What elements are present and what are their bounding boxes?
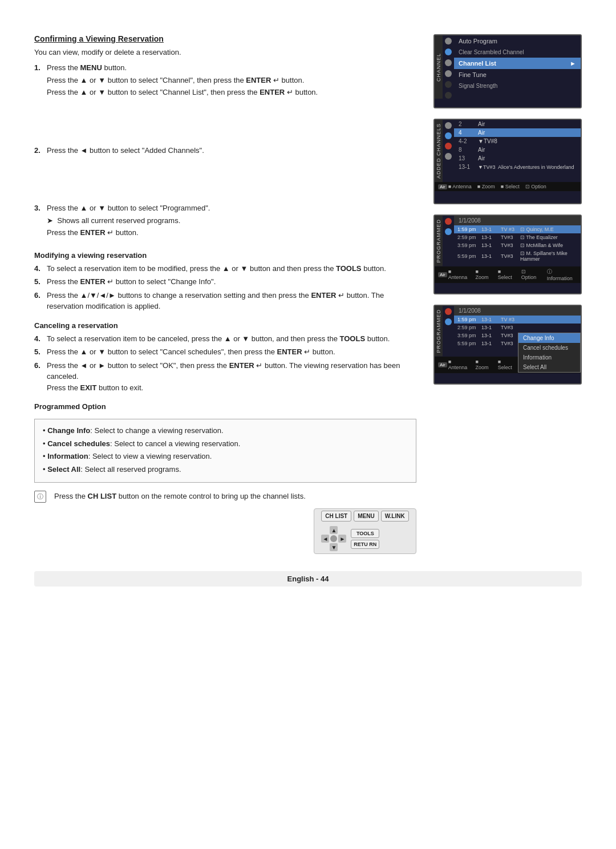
step-1-line-2: Press the ▲ or ▼ button to select "Chann… [47,75,416,86]
p3-footer-option: ⊡ Option [521,268,541,281]
dpad-down[interactable]: ▼ [330,543,338,551]
p4-footer-zoom: ■ Zoom [475,358,492,371]
canceling-title: Canceling a reservation [34,321,416,330]
menu-signal-strength: Signal Strength [454,80,581,91]
step-3-num: 3. [34,203,43,240]
main-content: Confirming a Viewing Reservation You can… [34,34,582,554]
footer-option: ⊡ Option [525,184,546,189]
p3-footer-select: ■ Select [498,268,516,281]
p4-footer-air: Air ■ Antenna [438,358,469,371]
icon3 [445,59,452,66]
programmed-option-box: Change Info: Select to change a viewing … [34,419,416,483]
canceling-steps: 4. To select a reservation item to be ca… [34,333,416,394]
icon4 [445,70,452,77]
menu-auto-program: Auto Program [454,35,581,47]
mod-step-6: 6. Press the ▲/▼/◄/► buttons to change a… [34,290,416,312]
panel1-icons [443,35,454,99]
popup-information[interactable]: Information [518,353,580,362]
step-3-content: Press the ▲ or ▼ button to select "Progr… [47,203,416,240]
popup-cancel-schedules[interactable]: Cancel schedules [518,343,580,353]
prog-entry-4: 5:59 pm 13-1 TV#3 ⊡ M. Spillane's Mike H… [454,249,581,263]
panel4-icons [443,306,454,347]
modifying-steps: 4. To select a reservation item to be mo… [34,263,416,312]
can-step-6-num: 6. [34,360,43,394]
left-column: Confirming a Viewing Reservation You can… [34,34,416,554]
step-3-line-1: Press the ▲ or ▼ button to select "Progr… [47,203,416,214]
p4-footer-select: ■ Select [498,358,516,371]
p3-icon2 [445,228,452,235]
panel-programmed: Programmed 1/1/2008 1:59 p [433,215,582,294]
mod-step-6-num: 6. [34,290,43,312]
modifying-title: Modifying a viewing reservation [34,251,416,260]
prog-list-2: 1/1/2008 1:59 pm 13-1 TV #3 Change Info [454,306,581,347]
ch-list-btn[interactable]: CH LIST [321,511,351,521]
panel1-menu: Auto Program Clear Scrambled Channel Cha… [454,35,581,99]
prog-opt-2: Cancel schedules: Select to cancel a vie… [43,438,408,450]
step-1-line-1: Press the MENU button. [47,62,416,74]
prog-list: 1/1/2008 1:59 pm 13-1 TV #3 ⊡ Quincy, M.… [454,216,581,263]
prog-opt-4: Select All: Select all reserved programs… [43,464,408,475]
menu-clear-scrambled: Clear Scrambled Channel [454,47,581,58]
can-step-4-num: 4. [34,333,43,345]
can-step-6-extra: Press the EXIT button to exit. [47,383,143,392]
prog-entry-3: 3:59 pm 13-1 TV#3 ⊡ McMillan & Wife [454,241,581,249]
panel-added-channels: Added Channels [433,119,582,204]
step-2-content: Press the ◄ button to select "Added Chan… [47,145,416,157]
mod-step-6-text: Press the ▲/▼/◄/► buttons to change a re… [47,290,416,312]
step-3-line-2: ➤ Shows all current reserved programs. [47,215,416,227]
ch-entry-4: 4 Air [454,128,581,137]
prog2-entry-1: 1:59 pm 13-1 TV #3 Change Info Cancel sc… [454,316,581,324]
note-icon: ⓘ [34,491,46,503]
can-step-5-num: 5. [34,346,43,358]
p4-icon1 [445,308,452,315]
panel2-icons [443,120,454,171]
step-2: 2. Press the ◄ button to select "Added C… [34,145,416,157]
p4-icon2 [445,318,452,325]
menu-channel-list: Channel List ► [454,58,581,69]
can-step-5: 5. Press the ▲ or ▼ button to select "Ca… [34,346,416,358]
p3-footer-air: Air ■ Antenna [438,268,469,281]
panel4-side-label: Programmed [435,306,443,357]
dpad-right[interactable]: ► [338,535,346,543]
mod-step-4-num: 4. [34,263,43,274]
arrow-icon: ► [570,60,576,67]
panel3-body: 1/1/2008 1:59 pm 13-1 TV #3 ⊡ Quincy, M.… [443,216,581,266]
ch-entry-13: 13 Air [454,154,581,163]
popup-change-info[interactable]: Change Info [518,333,580,343]
ch-entry-8: 8 Air [454,145,581,154]
prog-opt-1: Change Info: Select to change a viewing … [43,425,408,436]
p2-icon2 [445,132,452,139]
dpad-left[interactable]: ◄ [321,535,329,543]
popup-select-all[interactable]: Select All [518,362,580,372]
can-step-5-text: Press the ▲ or ▼ button to select "Cance… [47,346,335,358]
step-3-line-3: Press the ENTER ↵ button. [47,227,416,238]
step-2-num: 2. [34,145,43,157]
icon1 [445,38,452,45]
right-column: Channel [433,34,582,554]
remote-panel: CH LIST MENU W.LINK ▲ ▼ ◄ ► [34,508,416,554]
panel1-side-label: Channel [435,35,443,99]
menu-fine-tune: Fine Tune [454,69,581,80]
intro-text: You can view, modify or delete a reserva… [34,48,416,56]
step3-list: 3. Press the ▲ or ▼ button to select "Pr… [34,203,416,240]
menu-btn[interactable]: MENU [354,511,378,521]
dpad: ▲ ▼ ◄ ► [321,526,346,551]
panel-programmed-popup: Programmed 1/1/2008 1:59 p [433,305,582,385]
prog-opt-3: Information: Select to view a viewing re… [43,451,408,462]
p2-icon4 [445,153,452,160]
prog-entry-1: 1:59 pm 13-1 TV #3 ⊡ Quincy, M.E [454,225,581,233]
return-btn[interactable]: RETU RN [351,540,379,549]
dpad-up[interactable]: ▲ [330,526,338,534]
mod-step-5: 5. Press the ENTER ↵ button to select "C… [34,276,416,288]
prog-entry-2: 2:59 pm 13-1 TV#3 ⊡ The Equalizer [454,233,581,241]
step-2-line-1: Press the ◄ button to select "Added Chan… [47,145,416,156]
icon2 [445,48,452,55]
dpad-center[interactable] [330,535,337,542]
can-step-4-text: To select a reservation item to be cance… [47,333,390,345]
mod-step-4-text: To select a reservation item to be modif… [47,263,386,274]
icon6 [445,92,452,99]
step-1: 1. Press the MENU button. Press the ▲ or… [34,62,416,99]
tools-btn[interactable]: TOOLS [351,529,379,538]
mod-step-5-text: Press the ENTER ↵ button to select "Chan… [47,276,216,288]
wlink-btn[interactable]: W.LINK [381,511,409,521]
